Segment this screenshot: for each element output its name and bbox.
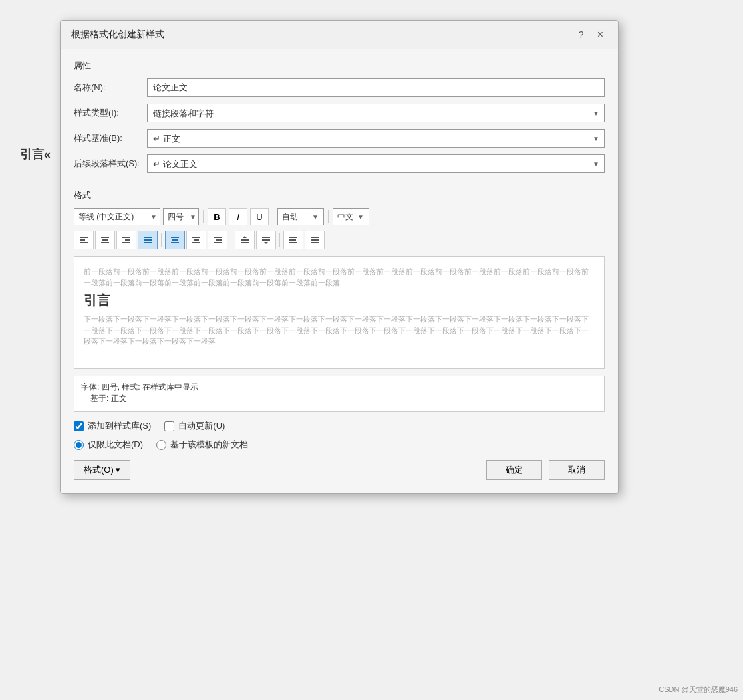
add-to-gallery-checkbox[interactable] [74,421,84,431]
svg-marker-26 [264,242,268,244]
svg-rect-22 [241,242,249,243]
svg-rect-1 [80,239,85,241]
svg-rect-27 [289,237,297,238]
new-template-label: 基于该模板的新文档 [170,439,248,451]
underline-button[interactable]: U [250,208,269,225]
lang-select[interactable]: 中文 [333,208,369,225]
style-type-select[interactable]: 链接段落和字符 [147,104,605,122]
italic-button[interactable]: I [229,208,247,225]
svg-rect-10 [144,239,152,241]
svg-rect-9 [144,237,152,238]
bold-button[interactable]: B [208,208,226,225]
indent-decrease-button[interactable] [283,231,303,249]
spacing-down-icon [261,235,271,245]
fmt-sep2 [273,210,273,223]
svg-rect-21 [241,239,249,241]
next-para-select-wrapper: ↵ 论文正文 ▼ [147,154,605,173]
align-justify-button[interactable] [138,231,158,249]
indent-increase-button[interactable] [305,231,325,249]
lang-select-wrapper: 中文 ▼ [333,208,369,225]
spacing-up-icon [240,235,249,245]
svg-rect-20 [214,242,222,243]
next-para-label: 后续段落样式(S): [74,158,147,170]
name-input[interactable] [147,78,605,97]
align-right2-button[interactable] [208,231,227,249]
align-sep1 [161,233,162,247]
size-select-wrapper: 四号 ▼ [163,208,199,225]
divider1 [74,181,605,181]
align-right2-icon [213,235,222,245]
bottom-checkboxes: 添加到样式库(S) 自动更新(U) [74,420,605,432]
auto-update-checkbox-label[interactable]: 自动更新(U) [164,420,225,432]
align-left-button[interactable] [74,231,94,249]
new-template-radio[interactable] [156,440,166,450]
preview-main-text: 引言 [84,292,595,310]
style-base-select-wrapper: ↵ 正文 ▼ [147,129,605,148]
svg-rect-11 [144,242,152,243]
align-center-button[interactable] [95,231,115,249]
add-to-gallery-checkbox-label[interactable]: 添加到样式库(S) [74,420,151,432]
style-type-row: 样式类型(I): 链接段落和字符 ▼ [74,104,605,122]
svg-rect-17 [192,242,200,243]
footer-left: 格式(O) ▾ [74,460,130,480]
close-button[interactable]: × [593,27,607,42]
dialog: 根据格式化创建新样式 ? × 属性 名称(N): 样式类型(I): 链接段落和字… [60,20,619,494]
svg-rect-2 [80,242,88,243]
color-select-wrapper: 自动 ▼ [277,208,324,225]
svg-rect-7 [125,239,130,241]
help-button[interactable]: ? [575,28,588,41]
svg-rect-16 [194,239,199,241]
align-left-icon [79,235,88,245]
attributes-section-title: 属性 [74,60,605,72]
align-right-icon [122,235,131,245]
distributed-icon [170,235,180,245]
svg-rect-15 [192,237,200,238]
svg-rect-5 [101,242,109,243]
format-dropdown-button[interactable]: 格式(O) ▾ [74,460,130,480]
preview-next-text: 下一段落下一段落下一段落下一段落下一段落下一段落下一段落下一段落下一段落下一段落… [84,314,595,347]
align-center-icon [100,235,110,245]
dialog-body: 属性 名称(N): 样式类型(I): 链接段落和字符 ▼ 样式基准(B): ↵ … [61,49,618,493]
description-line2: 基于: 正文 [81,393,597,404]
font-select[interactable]: 等线 (中文正文) [74,208,160,225]
add-to-gallery-label: 添加到样式库(S) [88,420,151,432]
svg-marker-34 [311,239,313,241]
ok-button[interactable]: 确定 [486,460,542,480]
align-distributed-button[interactable] [165,231,185,249]
color-select[interactable]: 自动 [277,208,324,225]
cancel-button[interactable]: 取消 [549,460,605,480]
titlebar-actions: ? × [575,27,607,42]
svg-rect-13 [172,239,178,241]
align-right-button[interactable] [116,231,136,249]
svg-rect-3 [101,237,109,238]
style-base-row: 样式基准(B): ↵ 正文 ▼ [74,129,605,148]
svg-rect-29 [289,242,297,243]
spacing-down-button[interactable] [256,231,276,249]
watermark: CSDN @天堂的恶魔946 [659,685,738,695]
svg-rect-32 [313,239,319,241]
svg-rect-31 [311,237,319,238]
align-sep2 [231,233,231,247]
only-this-doc-radio-label[interactable]: 仅限此文档(D) [74,439,143,451]
auto-update-checkbox[interactable] [164,421,174,431]
only-this-doc-label: 仅限此文档(D) [88,439,143,451]
dialog-titlebar: 根据格式化创建新样式 ? × [61,21,618,49]
style-type-label: 样式类型(I): [74,107,147,119]
preview-box: 前一段落前一段落前一段落前一段落前一段落前一段落前一段落前一段落前一段落前一段落… [74,256,605,369]
indent-increase-icon [310,235,319,245]
only-this-doc-radio[interactable] [74,440,84,450]
svg-rect-24 [262,237,270,238]
align-row [74,231,605,249]
spacing-up-button[interactable] [235,231,255,249]
new-template-radio-label[interactable]: 基于该模板的新文档 [156,439,248,451]
style-base-select[interactable]: ↵ 正文 [147,129,605,148]
next-para-select[interactable]: ↵ 论文正文 [147,154,605,173]
svg-rect-6 [122,237,130,238]
align-justify-icon [143,235,152,245]
format-section-title: 格式 [74,189,605,201]
svg-marker-23 [243,236,247,238]
preview-prev-text: 前一段落前一段落前一段落前一段落前一段落前一段落前一段落前一段落前一段落前一段落… [84,266,595,288]
dialog-footer: 格式(O) ▾ 确定 取消 [74,460,605,483]
size-select[interactable]: 四号 [163,208,199,225]
align-justify2-button[interactable] [186,231,206,249]
